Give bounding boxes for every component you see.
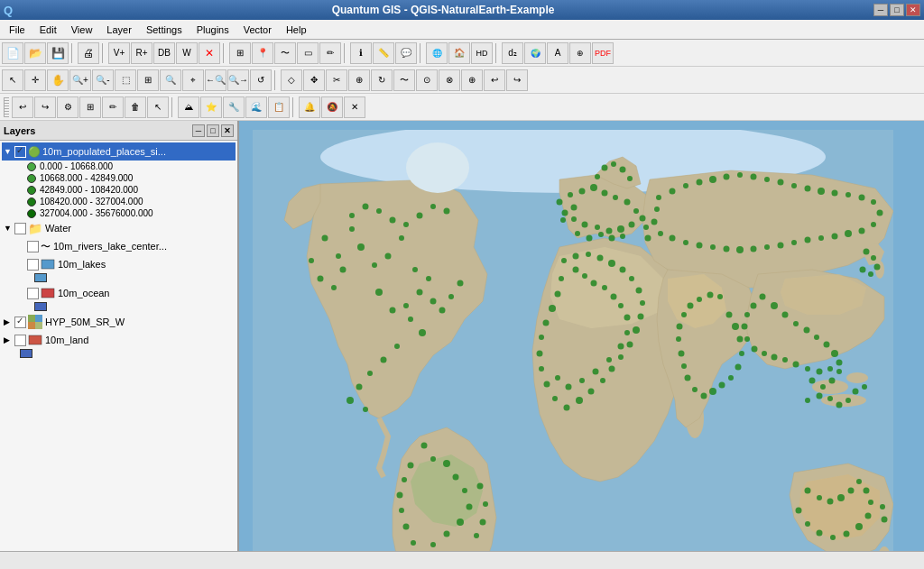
- pan-map-button[interactable]: ✋: [47, 69, 69, 91]
- expand-arrow-land[interactable]: ▶: [4, 335, 14, 344]
- zoom-rubber-button[interactable]: ⬚: [115, 69, 136, 91]
- zoom-last-button[interactable]: ←🔍: [205, 69, 226, 91]
- menu-help[interactable]: Help: [279, 23, 314, 37]
- svg-point-120: [588, 389, 595, 395]
- redo-button[interactable]: ↪: [506, 69, 528, 91]
- plugin6-button[interactable]: 🔔: [299, 96, 320, 118]
- georef-button[interactable]: 🌍: [524, 42, 546, 64]
- trash-button[interactable]: 🗑: [125, 96, 146, 118]
- measure-button[interactable]: 📏: [373, 42, 394, 64]
- checkbox-land[interactable]: [14, 335, 26, 346]
- menu-settings[interactable]: Settings: [139, 23, 189, 37]
- edit-button[interactable]: ✏: [319, 42, 341, 64]
- menu-vector[interactable]: Vector: [236, 23, 279, 37]
- identify-button[interactable]: ℹ: [350, 42, 372, 64]
- zoom-select-button[interactable]: ⌖: [182, 69, 204, 91]
- add-wms-button[interactable]: W: [176, 42, 198, 64]
- add-ring-button[interactable]: ⊙: [416, 69, 438, 91]
- remove-layer-button[interactable]: ✕: [199, 42, 220, 64]
- select-button[interactable]: ↖: [2, 69, 23, 91]
- plugin5-button[interactable]: 📋: [268, 96, 290, 118]
- simplify-button[interactable]: 〜: [393, 69, 415, 91]
- zoom-layer-button[interactable]: 🔍: [160, 69, 181, 91]
- capture-point-button[interactable]: 📍: [252, 42, 273, 64]
- layer-row-hyp[interactable]: ▶ HYP_50M_SR_W: [2, 313, 236, 331]
- open-project-button[interactable]: 📂: [24, 42, 46, 64]
- checkbox-water[interactable]: [14, 223, 26, 234]
- zoom-full-button[interactable]: ⊞: [137, 69, 159, 91]
- undo2-button[interactable]: ↩: [12, 96, 33, 118]
- select2-button[interactable]: ↖: [147, 96, 169, 118]
- open-table-button[interactable]: ⊞: [229, 42, 251, 64]
- redo2-button[interactable]: ↪: [34, 96, 56, 118]
- add-vector-button[interactable]: V+: [108, 42, 130, 64]
- layers-maximize-button[interactable]: □: [207, 124, 219, 137]
- menu-file[interactable]: File: [2, 23, 32, 37]
- hdtv-button[interactable]: HD: [471, 42, 493, 64]
- refresh-button[interactable]: ↺: [250, 69, 272, 91]
- plugin7-button[interactable]: 🔕: [321, 96, 343, 118]
- svg-point-121: [576, 397, 583, 404]
- plugin8-button[interactable]: ✕: [344, 96, 365, 118]
- checkbox-populated[interactable]: [14, 146, 26, 158]
- plugin3-button[interactable]: 🔧: [223, 96, 245, 118]
- plugin4-button[interactable]: 🌊: [245, 96, 267, 118]
- pdf-button[interactable]: PDF: [592, 42, 614, 64]
- expand-arrow-hyp[interactable]: ▶: [4, 317, 14, 326]
- delete-ring-button[interactable]: ⊗: [439, 69, 460, 91]
- layer-row-ocean[interactable]: 10m_ocean: [2, 284, 236, 302]
- zoom-in-button[interactable]: 🔍+: [69, 69, 91, 91]
- edit2-button[interactable]: ✏: [102, 96, 124, 118]
- settings2-button[interactable]: ⚙: [57, 96, 79, 118]
- osm-button[interactable]: 🌐: [426, 42, 448, 64]
- close-button[interactable]: ✕: [906, 4, 920, 16]
- undo-button[interactable]: ↩: [484, 69, 505, 91]
- add-raster-button[interactable]: R+: [131, 42, 152, 64]
- labeling-button[interactable]: A: [547, 42, 568, 64]
- annotations-button[interactable]: 💬: [395, 42, 417, 64]
- save-project-button[interactable]: 💾: [47, 42, 69, 64]
- print-button[interactable]: 🖨: [78, 42, 99, 64]
- georef2-button[interactable]: ⊕: [569, 42, 591, 64]
- new-project-button[interactable]: 📄: [2, 42, 23, 64]
- layer-row-lakes[interactable]: 10m_lakes: [2, 255, 236, 273]
- pan-button[interactable]: ✛: [24, 69, 46, 91]
- checkbox-hyp[interactable]: [14, 317, 26, 328]
- measure2-button[interactable]: d₂: [502, 42, 523, 64]
- rotate-button[interactable]: ↻: [371, 69, 393, 91]
- star-button[interactable]: ⭐: [200, 96, 222, 118]
- table2-button[interactable]: ⊞: [79, 96, 101, 118]
- add-db-button[interactable]: DB: [153, 42, 175, 64]
- layer-row-populated-places[interactable]: ▼ 🟢 10m_populated_places_si...: [2, 142, 236, 161]
- checkbox-lakes[interactable]: [27, 259, 39, 271]
- layers-close-button[interactable]: ✕: [221, 124, 234, 137]
- menu-plugins[interactable]: Plugins: [189, 23, 236, 37]
- zoom-out-button[interactable]: 🔍-: [92, 69, 114, 91]
- capture-poly-button[interactable]: ▭: [297, 42, 319, 64]
- minimize-button[interactable]: ─: [873, 4, 888, 16]
- layer-row-water-group[interactable]: ▼ 📁 Water: [2, 219, 236, 237]
- menu-view[interactable]: View: [64, 23, 100, 37]
- zoom-next-button[interactable]: 🔍→: [227, 69, 249, 91]
- checkbox-ocean[interactable]: [27, 288, 39, 299]
- merge-button[interactable]: ⊕: [348, 69, 370, 91]
- svg-point-200: [744, 336, 750, 342]
- menu-edit[interactable]: Edit: [32, 23, 64, 37]
- capture-line-button[interactable]: 〜: [274, 42, 296, 64]
- bookmark-button[interactable]: 🏠: [448, 42, 470, 64]
- maximize-button[interactable]: □: [890, 4, 904, 16]
- layer-row-rivers[interactable]: 〜 10m_rivers_lake_center...: [2, 237, 236, 255]
- layer-row-land[interactable]: ▶ 10m_land: [2, 331, 236, 349]
- split-button[interactable]: ✂: [326, 69, 347, 91]
- layers-minimize-button[interactable]: ─: [192, 124, 205, 137]
- map-area[interactable]: [239, 121, 924, 551]
- checkbox-rivers[interactable]: [27, 241, 39, 252]
- expand-arrow-populated[interactable]: ▼: [4, 147, 14, 156]
- move-feature-button[interactable]: ✥: [303, 69, 325, 91]
- fill-ring-button[interactable]: ⊕: [461, 69, 483, 91]
- expand-arrow-water[interactable]: ▼: [4, 224, 14, 233]
- svg-point-60: [467, 504, 473, 510]
- menu-layer[interactable]: Layer: [99, 23, 139, 37]
- node-tool-button[interactable]: ◇: [281, 69, 302, 91]
- terrain-button[interactable]: ⛰: [178, 96, 199, 118]
